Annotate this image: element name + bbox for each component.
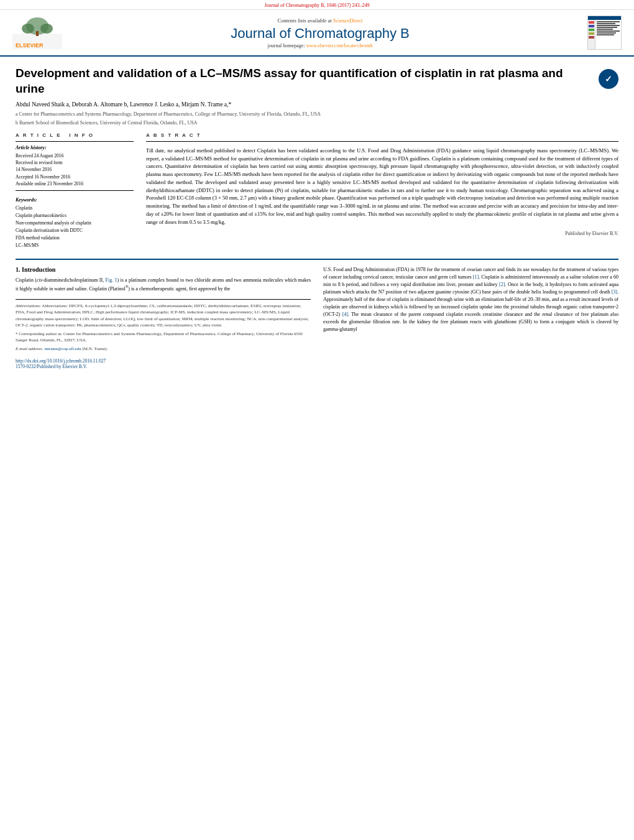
keyword-item: LC–MS/MS bbox=[16, 242, 134, 249]
doi-link[interactable]: http://dx.doi.org/10.1016/j.jchromb.2016… bbox=[16, 358, 311, 364]
svg-point-4 bbox=[40, 24, 53, 34]
article-title: Development and validation of a LC–MS/MS… bbox=[16, 66, 599, 96]
keywords-block: Keywords: CisplatinCisplatin pharmacokin… bbox=[16, 197, 134, 249]
affiliations: a Center for Pharmacometrics and Systems… bbox=[16, 111, 618, 126]
introduction-heading: 1. Introduction bbox=[16, 266, 311, 273]
keyword-item: Non-compartmental analysis of cisplatin bbox=[16, 219, 134, 227]
body-left-column: 1. Introduction Cisplatin (cis-diammined… bbox=[16, 266, 311, 369]
abstract-text: Till date, no analytical method publishe… bbox=[146, 147, 618, 226]
email-footnote: E-mail address: mtrame@cop.ufl.edu (M.N.… bbox=[16, 346, 311, 353]
intro-paragraph-1: Cisplatin (cis-diamminedicholroplatinum … bbox=[16, 277, 311, 293]
contents-line: Contents lists available at ScienceDirec… bbox=[62, 17, 578, 24]
intro-paragraph-2: U.S. Food and Drug Administration (FDA) … bbox=[323, 266, 618, 333]
crossmark-badge: ✓ bbox=[599, 69, 618, 89]
article-info-label: A R T I C L E I N F O bbox=[16, 132, 134, 138]
footnotes-area: Abbreviations: Abbreviations: DPCPX, 8-c… bbox=[16, 299, 311, 353]
article-info-abstract-section: A R T I C L E I N F O Article history: R… bbox=[16, 132, 618, 249]
homepage-line: journal homepage: www.elsevier.com/locat… bbox=[62, 43, 578, 48]
article-title-section: Development and validation of a LC–MS/MS… bbox=[16, 66, 618, 96]
body-two-col: 1. Introduction Cisplatin (cis-diammined… bbox=[16, 266, 618, 369]
keyword-item: Cisplatin derivatization with DDTC bbox=[16, 227, 134, 234]
published-by: Published by Elsevier B.V. bbox=[146, 231, 618, 236]
journal-logo-right bbox=[578, 16, 622, 50]
abbreviations-footnote: Abbreviations: Abbreviations: DPCPX, 8-c… bbox=[16, 303, 311, 329]
abstract-label: A B S T R A C T bbox=[146, 132, 618, 138]
journal-center-header: Contents lists available at ScienceDirec… bbox=[62, 17, 578, 48]
article-history-text: Received 24 August 2016 Received in revi… bbox=[16, 152, 134, 187]
keyword-item: FDA method validation bbox=[16, 234, 134, 242]
svg-text:ELSEVIER: ELSEVIER bbox=[16, 42, 44, 48]
keywords-list: CisplatinCisplatin pharmacokineticsNon-c… bbox=[16, 205, 134, 249]
homepage-url[interactable]: www.elsevier.com/locate/chromb bbox=[306, 43, 372, 48]
article-history-label: Article history: bbox=[16, 145, 134, 150]
affiliation-b: b Burnett School of Biomedical Sciences,… bbox=[16, 119, 618, 126]
article-info-block: Article history: Received 24 August 2016… bbox=[16, 141, 134, 191]
authors-line: Abdul Naveed Shaik a, Deborah A. Altomar… bbox=[16, 101, 618, 108]
svg-rect-5 bbox=[36, 31, 39, 36]
corresponding-footnote: * Corresponding author at: Center for Ph… bbox=[16, 331, 311, 344]
keywords-label: Keywords: bbox=[16, 197, 134, 203]
bottom-links: http://dx.doi.org/10.1016/j.jchromb.2016… bbox=[16, 358, 311, 369]
keyword-item: Cisplatin bbox=[16, 205, 134, 212]
body-content: 1. Introduction Cisplatin (cis-diammined… bbox=[16, 259, 618, 369]
journal-cover-image bbox=[587, 16, 622, 50]
elsevier-logo: ELSEVIER bbox=[12, 15, 62, 50]
affiliation-a: a Center for Pharmacometrics and Systems… bbox=[16, 111, 618, 118]
sciencedirect-link[interactable]: ScienceDirect bbox=[333, 17, 363, 24]
journal-title: Journal of Chromatography B bbox=[62, 25, 578, 42]
keyword-item: Cisplatin pharmacokinetics bbox=[16, 212, 134, 219]
left-column: A R T I C L E I N F O Article history: R… bbox=[16, 132, 134, 249]
issn-line: 1570-0232/Published by Elsevier B.V. bbox=[16, 364, 311, 369]
body-right-column: U.S. Food and Drug Administration (FDA) … bbox=[323, 266, 618, 369]
journal-citation: Journal of Chromatography B, 1046 (2017)… bbox=[0, 0, 634, 10]
right-column: A B S T R A C T Till date, no analytical… bbox=[146, 132, 618, 249]
journal-header: ELSEVIER Contents lists available at Sci… bbox=[0, 10, 634, 57]
abstract-divider bbox=[146, 141, 618, 142]
main-content: Development and validation of a LC–MS/MS… bbox=[0, 57, 634, 376]
svg-point-3 bbox=[22, 24, 34, 34]
